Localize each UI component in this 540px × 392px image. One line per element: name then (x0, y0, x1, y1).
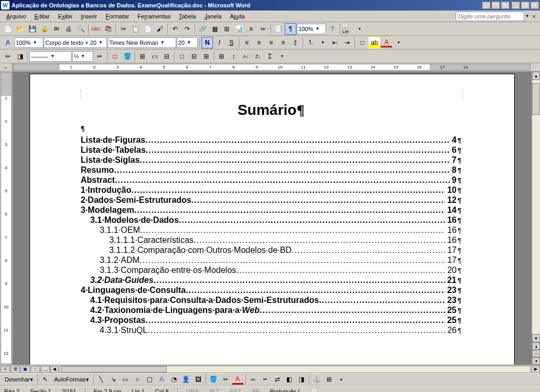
web-view-button[interactable]: ⊞ (11, 366, 20, 373)
status-est[interactable]: EST (228, 388, 243, 393)
hscroll-left-button[interactable]: ◀ (50, 366, 59, 373)
hscroll-thumb[interactable] (61, 366, 167, 373)
tab-selector[interactable]: ⌐ (0, 63, 13, 71)
fill-color-button[interactable]: 🪣 (208, 374, 219, 385)
picture-button[interactable]: 🖼 (192, 374, 204, 385)
distribute-cols-button[interactable]: ⊞ (200, 51, 212, 62)
doc-map-button[interactable]: 📑 (273, 23, 284, 35)
insert-table-button[interactable]: ⊞ (221, 23, 233, 35)
toc-entry[interactable]: 3·Modelagem14¶ (81, 205, 461, 215)
line-spacing-button[interactable]: ‡ (290, 37, 301, 48)
italic-button[interactable]: I (214, 37, 225, 48)
styles-pane-button[interactable]: A (2, 37, 14, 48)
toc-entry[interactable]: 4.2·Taxionomia·de·Linguagens·para·a·Web2… (81, 306, 461, 315)
close-button[interactable]: ✕ (501, 2, 509, 9)
print-button[interactable]: 🖨 (63, 23, 74, 35)
menu-editar[interactable]: Editar (30, 12, 54, 21)
menu-janela[interactable]: Janela (200, 12, 226, 21)
normal-view-button[interactable]: ≡ (1, 366, 10, 373)
split-cells-button[interactable]: ⊟ (161, 51, 172, 62)
shading-color-button[interactable]: 🪣 (121, 51, 133, 62)
toc-entry[interactable]: 3.1.1.1·Características16¶ (81, 236, 461, 245)
bullets-button[interactable]: • (317, 37, 329, 48)
line-style-combo[interactable]: ———▼ (30, 51, 72, 62)
menu-ajuda[interactable]: Ajuda (226, 12, 249, 21)
paste-button[interactable]: 📄 (142, 23, 153, 35)
doc-restore-button[interactable]: ❐ (521, 2, 529, 9)
menu-ferramentas[interactable]: Ferramentas (133, 12, 175, 21)
rectangle-button[interactable]: ▭ (120, 374, 131, 385)
borders-button[interactable]: □ (356, 37, 368, 48)
style-combo[interactable]: Corpo de texto + 20▼ (44, 37, 107, 48)
toolbar-options-3[interactable]: ▾ (276, 51, 288, 62)
scroll-down-button[interactable]: ▼ (532, 334, 540, 342)
decrease-indent-button[interactable]: ⇤ (329, 37, 341, 48)
toc-entry[interactable]: 2·Dados·Semi-Estruturados12¶ (81, 195, 461, 205)
toc-entry[interactable]: Lista·de·Siglas7¶ (81, 155, 461, 165)
autoformat-button[interactable]: ⊞ (216, 51, 227, 62)
toc-entry[interactable]: 3.1.2·ADM17¶ (81, 256, 461, 265)
toolbar-options-4[interactable]: ▾ (335, 374, 347, 385)
text-direction-button[interactable]: ↕ (228, 51, 239, 62)
minimize-button[interactable]: _ (482, 2, 490, 9)
autoshapes-menu[interactable]: AutoFormas ▾ (52, 374, 92, 385)
toc-entry[interactable]: 4.3·Propostas25¶ (81, 316, 461, 325)
increase-indent-button[interactable]: ⇥ (341, 37, 353, 48)
insert-table-button-2[interactable]: ⊞ (137, 51, 148, 62)
zoom-combo-2[interactable]: 100%▼ (14, 37, 43, 48)
help-search-input[interactable] (456, 12, 524, 21)
scroll-up-button[interactable]: ▲ (532, 72, 540, 80)
outside-border-button[interactable]: □ (109, 51, 121, 62)
toc-entry[interactable]: Lista·de·Figuras4¶ (81, 135, 461, 145)
hscroll-track[interactable] (60, 366, 531, 373)
select-objects-button[interactable]: ↖ (40, 374, 51, 385)
distribute-rows-button[interactable]: ⊟ (188, 51, 200, 62)
scroll-track[interactable] (532, 80, 540, 334)
toc-entry[interactable]: 4.1·Requisitos·para·Consulta·a·Dados·Sem… (81, 296, 461, 305)
align-right-button[interactable]: ≡ (265, 37, 277, 48)
toc-entry[interactable]: Resumo8¶ (81, 165, 461, 175)
research-button[interactable]: 📚 (102, 23, 114, 35)
underline-button[interactable]: S (226, 37, 237, 48)
anchor-button[interactable]: ⚓ (311, 374, 323, 385)
reading-view-button[interactable]: 📖 (41, 366, 50, 373)
align-left-button[interactable]: ≡ (241, 37, 253, 48)
justify-button[interactable]: ≡ (277, 37, 289, 48)
spelling-button[interactable]: ABC (90, 23, 102, 35)
toc-entry[interactable]: 3.1.1.2·Comparação·com·Outros·Modelos·de… (81, 246, 461, 255)
font-color-button[interactable]: A (381, 37, 392, 47)
grid-button[interactable]: ⊞ (323, 374, 335, 385)
oval-button[interactable]: ○ (132, 374, 143, 385)
wordart-button[interactable]: A (156, 374, 168, 385)
toc-entry[interactable]: 3.2·Data·Guides21¶ (81, 276, 461, 285)
toolbar-options-1[interactable]: ▾ (354, 23, 365, 35)
textbox-button[interactable]: ▢ (144, 374, 156, 385)
align-button[interactable]: □ (176, 51, 188, 62)
permission-button[interactable]: 🔒 (38, 23, 50, 35)
bold-button[interactable]: N (201, 37, 213, 48)
drawing-button[interactable]: ✏ (257, 23, 269, 35)
save-button[interactable]: 💾 (26, 23, 38, 35)
toc-entry[interactable]: Lista·de·Tabelas 6¶ (81, 145, 461, 155)
cut-button[interactable]: ✂ (118, 23, 129, 35)
email-button[interactable]: ✉ (51, 23, 62, 35)
doc-minimize-button[interactable]: _ (512, 2, 520, 9)
menu-formatar[interactable]: Formatar (101, 12, 133, 21)
scroll-thumb[interactable] (532, 83, 540, 115)
restore-button[interactable]: ❐ (491, 2, 500, 9)
clipart-button[interactable]: 👤 (180, 374, 192, 385)
open-button[interactable]: 📂 (14, 23, 26, 35)
toc-entry[interactable]: 4·Linguagens·de·Consulta23¶ (81, 286, 461, 295)
toc-entry[interactable]: 3.1.3·Comparação·entre·os·Modelos20¶ (81, 266, 461, 275)
ruler-horizontal[interactable]: ⌐ // marks generated below 1234567891011… (0, 63, 540, 72)
menu-arquivo[interactable]: Arquivo (2, 12, 30, 21)
undo-button[interactable]: ↶ (169, 23, 181, 35)
line-weight-combo[interactable]: ½▼ (72, 51, 93, 62)
numbering-button[interactable]: ⒈ (305, 37, 316, 48)
status-alt[interactable]: ALT (207, 388, 221, 393)
show-hide-button[interactable]: ¶ (285, 23, 296, 35)
toc-entry[interactable]: 3.1·Modelos·de·Dados16¶ (81, 215, 461, 225)
line-color-button[interactable]: ✏ (220, 374, 232, 385)
autosum-button[interactable]: Σ (264, 51, 276, 62)
status-se[interactable]: SE (249, 388, 262, 393)
